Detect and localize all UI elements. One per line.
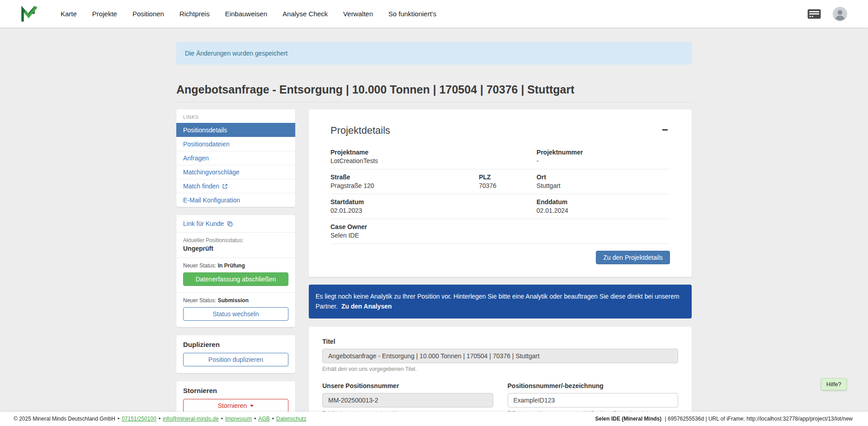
nav-item-richtpreis[interactable]: Richtpreis (179, 10, 210, 18)
our-number-input (322, 393, 493, 407)
sidebar-item-anfragen[interactable]: Anfragen (176, 151, 295, 165)
project-details-card: Projektdetails Projektname LotCreationTe… (309, 109, 692, 277)
customer-link[interactable]: Link für Kunde (183, 220, 233, 227)
footer-meta: | 69576255536d | URL of iFrame: http://l… (665, 416, 853, 422)
nav-item-positionen[interactable]: Positionen (132, 10, 164, 18)
footer-right: Selen IDE (Mineral Minds) | 69576255536d… (595, 416, 853, 422)
plz-value: 70376 (479, 182, 537, 189)
project-row-name-number: Projektname LotCreationTests Projektnumm… (330, 145, 670, 169)
custom-number-label: Positionsnummer/-bezeichnung (508, 382, 679, 389)
custom-number-input[interactable] (508, 393, 679, 407)
sidebar-item-positionsdateien[interactable]: Positionsdateien (176, 137, 295, 151)
next-status-1: Neuer Status: In Prüfung (183, 262, 288, 269)
footer-user: Selen IDE (Mineral Minds) (595, 416, 662, 422)
saved-alert-text: Die Änderungen wurden gespeichert (185, 50, 288, 57)
project-row-dates: Startdatum 02.01.2023 Enddatum 02.01.202… (330, 194, 670, 219)
footer-phone-link[interactable]: 07151/250100 (122, 416, 156, 422)
page-content: Die Änderungen wurden gespeichert Angebo… (0, 28, 868, 426)
titel-help: Erhält den von uns vorgegebenen Titel. (322, 366, 678, 372)
project-details-title: Projektdetails (330, 125, 390, 136)
titel-input (322, 349, 678, 363)
duplicate-card: Duplizieren Position duplizieren (176, 335, 295, 373)
copyright-text: © 2025 Mineral Minds Deutschland GmbH (14, 416, 115, 422)
current-status-value: Ungeprüft (183, 245, 288, 252)
main-column: Projektdetails Projektname LotCreationTe… (309, 109, 692, 426)
main-navigation: Karte Projekte Positionen Richtpreis Ein… (61, 10, 436, 18)
nav-item-projekte[interactable]: Projekte (92, 10, 117, 18)
cancel-title: Stornieren (183, 387, 288, 394)
footer-agb-link[interactable]: AGB (258, 416, 269, 422)
our-number-label: Unsere Positionsnummer (322, 382, 493, 389)
server-icon[interactable] (807, 9, 821, 19)
help-button[interactable]: Hilfe? (821, 378, 847, 390)
external-link-icon (222, 183, 228, 189)
footer-email-link[interactable]: info@mineral-minds.de (163, 416, 219, 422)
user-avatar[interactable] (833, 7, 847, 21)
sidebar-item-positionsdetails[interactable]: Positionsdetails (176, 123, 295, 137)
copy-icon (227, 221, 233, 227)
brand-logo[interactable] (21, 6, 37, 22)
next-status-2: Neuer Status: Submission (183, 297, 288, 304)
complete-data-entry-button[interactable]: Datenerfassung abschließen (183, 272, 288, 286)
analytics-banner: Es liegt noch keine Analytik zu Ihrer Po… (309, 285, 692, 318)
analytics-banner-link[interactable]: Zu den Analysen (341, 303, 392, 310)
navbar-right-actions (807, 7, 847, 21)
nav-item-analyse-check[interactable]: Analyse Check (283, 10, 328, 18)
nav-item-karte[interactable]: Karte (61, 10, 77, 18)
cancel-dropdown-button[interactable]: Stornieren (183, 399, 288, 412)
current-status-label: Aktueller Positionsstatus: (183, 237, 288, 243)
projektname-value: LotCreationTests (330, 157, 537, 164)
saved-alert: Die Änderungen wurden gespeichert (176, 42, 692, 65)
ort-value: Stuttgart (537, 182, 670, 189)
project-row-address: Straße Pragstraße 120 PLZ 70376 Ort Stut… (330, 169, 670, 194)
status-card: Link für Kunde Aktueller Positionsstatus… (176, 215, 295, 327)
sidebar: LINKS Positionsdetails Positionsdateien … (176, 109, 295, 426)
footer-datenschutz-link[interactable]: Datenschutz (276, 416, 307, 422)
project-row-case-owner: Case Owner Selen IDE (330, 219, 670, 244)
sidebar-item-matchingvorschlaege[interactable]: Matchingvorschläge (176, 165, 295, 179)
links-header: LINKS (176, 109, 295, 123)
switch-status-button[interactable]: Status wechseln (183, 307, 288, 321)
sidebar-item-email-konfiguration[interactable]: E-Mail Konfiguration (176, 193, 295, 207)
strasse-value: Pragstraße 120 (330, 182, 479, 189)
footer-impressum-link[interactable]: Impressum (225, 416, 252, 422)
duplicate-position-button[interactable]: Position duplizieren (183, 353, 288, 366)
footer-left: © 2025 Mineral Minds Deutschland GmbH • … (14, 416, 307, 422)
nav-item-so-funktionierts[interactable]: So funktioniert's (388, 10, 436, 18)
footer: © 2025 Mineral Minds Deutschland GmbH • … (0, 412, 868, 426)
nav-item-einbauweisen[interactable]: Einbauweisen (225, 10, 267, 18)
nav-item-verwalten[interactable]: Verwalten (343, 10, 373, 18)
caret-down-icon (250, 405, 254, 407)
sidebar-links-card: LINKS Positionsdetails Positionsdateien … (176, 109, 295, 207)
page-title: Angebotsanfrage - Entsorgung | 10.000 To… (176, 83, 692, 103)
sidebar-item-match-finden[interactable]: Match finden (176, 179, 295, 193)
collapse-icon[interactable] (660, 125, 670, 135)
case-owner-value: Selen IDE (330, 232, 670, 239)
brand-logo-icon (21, 6, 37, 22)
projektnummer-value: - (537, 157, 670, 164)
duplicate-title: Duplizieren (183, 341, 288, 348)
titel-label: Titel (322, 338, 678, 345)
top-navbar: Karte Projekte Positionen Richtpreis Ein… (0, 0, 868, 28)
startdatum-value: 02.01.2023 (330, 207, 537, 214)
project-details-button[interactable]: Zu den Projektdetails (596, 251, 670, 264)
enddatum-value: 02.01.2024 (537, 207, 670, 214)
